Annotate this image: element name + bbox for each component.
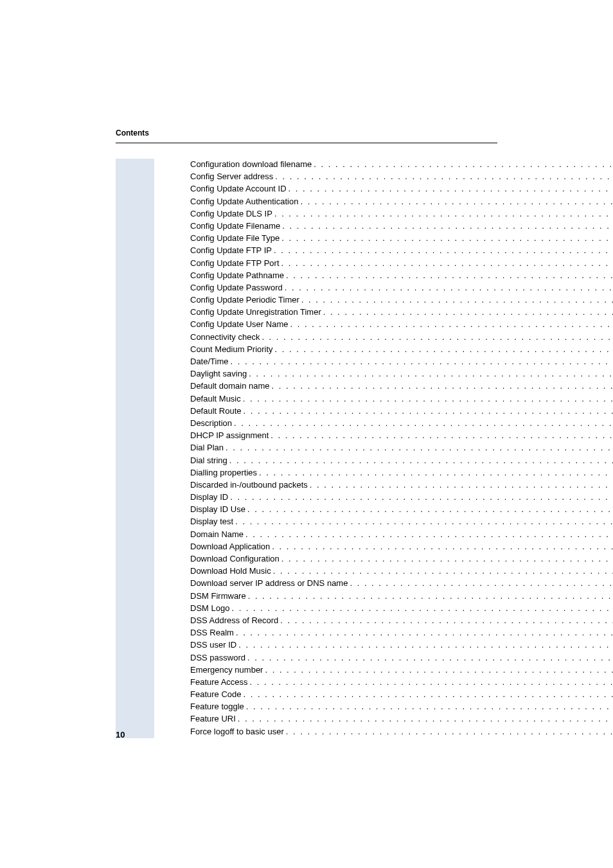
toc-entry-dots [248, 677, 613, 688]
toc-entry[interactable]: Config Update Pathname172 [190, 270, 613, 281]
toc-entry-dots [271, 565, 613, 577]
toc-entry[interactable]: Feature toggle186 [190, 701, 613, 713]
toc-entry[interactable]: Download server IP address or DNS name18… [190, 578, 613, 589]
toc-entry-dots [234, 627, 613, 639]
toc-entry-dots [270, 380, 613, 392]
toc-entry[interactable]: Config Update Unregistration Timer173 [190, 306, 613, 318]
toc-entry-dots [280, 258, 614, 269]
toc-entry-dots [242, 689, 614, 700]
toc-entry-title: Download Application [190, 541, 270, 553]
toc-entry-dots [232, 418, 613, 429]
toc-entry-dots [284, 726, 613, 738]
toc-entry-title: Dialling properties [190, 467, 257, 479]
toc-entry[interactable]: Config Update Authentication171 [190, 196, 613, 208]
toc-entry-dots [233, 516, 613, 527]
toc-entry-dots [263, 664, 613, 676]
toc-entry[interactable]: Daylight saving174 [190, 368, 613, 380]
toc-entry[interactable]: Config Update File Type171 [190, 233, 613, 244]
toc-entry-title: DSM Firmware [190, 590, 246, 602]
toc-entry-dots [228, 492, 613, 503]
toc-entry[interactable]: Feature Code186 [190, 689, 613, 700]
toc-entry-dots [229, 603, 613, 614]
toc-entry-title: Default Route [190, 405, 242, 417]
toc-entry[interactable]: Display ID Use182 [190, 504, 613, 515]
toc-entry[interactable]: DSM Firmware184 [190, 590, 613, 602]
toc-entry[interactable]: Config Update Password172 [190, 282, 613, 294]
toc-entry[interactable]: DSS user ID185 [190, 639, 613, 651]
toc-entry-title: Config Update User Name [190, 319, 288, 330]
toc-entry[interactable]: Config Update FTP IP172 [190, 245, 613, 256]
toc-entry[interactable]: Dial string180 [190, 455, 613, 466]
toc-entry-dots [280, 233, 613, 244]
toc-entry-title: Default domain name [190, 380, 270, 392]
toc-entry-dots [280, 553, 613, 565]
toc-entry[interactable]: Discarded in-/outbound packets182 [190, 479, 613, 491]
toc-entry[interactable]: Display ID182 [190, 492, 613, 503]
toc-entry[interactable]: Date/Time173 [190, 356, 613, 368]
toc-list: Configuration download filename170Config… [154, 159, 613, 738]
toc-entry[interactable]: Display test182 [190, 516, 613, 527]
toc-entry-dots [269, 430, 613, 441]
toc-entry-title: Download Configuration [190, 553, 280, 565]
toc-entry[interactable]: Download Configuration183 [190, 553, 613, 565]
toc-entry-title: Dial string [190, 455, 227, 466]
toc-entry[interactable]: Download Application183 [190, 541, 613, 553]
toc-entry-title: Config Update File Type [190, 233, 280, 244]
toc-entry-dots [241, 393, 613, 405]
content-area: Configuration download filename170Config… [116, 159, 497, 738]
toc-entry[interactable]: Default Route174 [190, 405, 613, 417]
toc-entry[interactable]: Feature Access185 [190, 677, 613, 688]
toc-entry-dots [224, 442, 613, 454]
toc-entry[interactable]: DSS Realm184 [190, 627, 613, 639]
toc-entry[interactable]: Config Update Account ID171 [190, 183, 613, 195]
toc-entry-dots [245, 504, 613, 515]
toc-entry-dots [283, 282, 613, 294]
toc-entry-dots [270, 541, 613, 553]
toc-entry[interactable]: Dialling properties181 [190, 467, 613, 479]
toc-entry[interactable]: DHCP IP assignment175 [190, 430, 613, 441]
sidebar-bar [116, 159, 154, 738]
toc-entry-title: Download Hold Music [190, 565, 271, 577]
toc-entry[interactable]: Domain Name182 [190, 529, 613, 540]
toc-entry-title: Config Update Authentication [190, 196, 298, 208]
toc-entry-dots [272, 208, 613, 220]
toc-entry-title: Config Update Password [190, 282, 283, 294]
toc-entry[interactable]: Default domain name174 [190, 380, 613, 392]
toc-entry[interactable]: DSS Address of Record184 [190, 615, 613, 626]
toc-entry-dots [236, 713, 613, 725]
toc-entry[interactable]: Dial Plan176 [190, 442, 613, 454]
toc-entry-dots [247, 368, 613, 380]
toc-entry-title: DSS Address of Record [190, 615, 278, 626]
toc-entry[interactable]: Config Server address170 [190, 171, 613, 182]
toc-entry[interactable]: Count Medium Priority173 [190, 344, 613, 355]
toc-entry-title: Count Medium Priority [190, 344, 273, 355]
toc-entry[interactable]: Config Update Periodic Timer172 [190, 294, 613, 306]
toc-entry[interactable]: Emergency number185 [190, 664, 613, 676]
toc-entry-dots [227, 455, 613, 466]
toc-entry-dots [284, 270, 613, 281]
toc-entry[interactable]: Config Update FTP Port172 [190, 258, 613, 269]
toc-entry-title: Config Update FTP IP [190, 245, 272, 256]
toc-entry[interactable]: Config Update User Name173 [190, 319, 613, 330]
toc-entry-title: Force logoff to basic user [190, 726, 284, 738]
toc-entry-title: Config Update Unregistration Timer [190, 306, 321, 318]
toc-entry[interactable]: Connectivity check173 [190, 332, 613, 343]
toc-entry-title: Configuration download filename [190, 159, 312, 170]
toc-entry-dots [321, 306, 613, 318]
toc-entry[interactable]: Description174 [190, 418, 613, 429]
toc-entry[interactable]: Default Music174 [190, 393, 613, 405]
toc-entry[interactable]: Config Update Filename171 [190, 220, 613, 232]
toc-entry[interactable]: DSS password185 [190, 652, 613, 664]
toc-entry[interactable]: Download Hold Music183 [190, 565, 613, 577]
toc-entry-dots [288, 319, 613, 330]
toc-entry-dots [308, 479, 613, 491]
toc-entry[interactable]: Force logoff to basic user186 [190, 726, 613, 738]
toc-entry[interactable]: Feature URI186 [190, 713, 613, 725]
toc-entry-title: DSS password [190, 652, 245, 664]
toc-entry-title: Config Update Account ID [190, 183, 287, 195]
toc-entry[interactable]: Configuration download filename170 [190, 159, 613, 170]
toc-entry-title: Dial Plan [190, 442, 224, 454]
toc-entry[interactable]: DSM Logo184 [190, 603, 613, 614]
toc-entry[interactable]: Config Update DLS IP171 [190, 208, 613, 220]
toc-entry-title: DSS Realm [190, 627, 234, 639]
